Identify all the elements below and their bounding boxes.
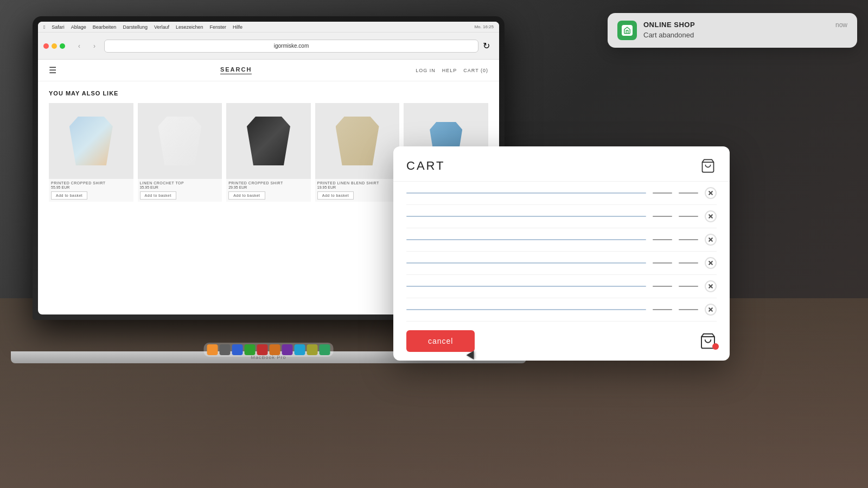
product-name: LINEN CROCHET TOP [140, 181, 220, 185]
product-info: PRINTED LINEN BLEND SHIRT 19.95 EUR Add … [315, 179, 400, 202]
notif-icon-inner [622, 25, 633, 36]
dock-icon-4[interactable] [282, 344, 293, 355]
cart-badge [712, 343, 719, 350]
forward-button[interactable]: › [89, 41, 100, 52]
notif-content: ONLINE SHOP now Cart abandoned [643, 21, 847, 39]
shop-icon [623, 27, 631, 34]
dock-finder-icon[interactable] [207, 344, 218, 355]
cart-footer: cancel [393, 322, 730, 361]
product-image [49, 103, 133, 179]
product-thumbnail [247, 117, 290, 165]
dock-icon-7[interactable] [320, 344, 330, 355]
hamburger-icon[interactable]: ☰ [49, 65, 56, 75]
item-qty [653, 216, 672, 217]
dock-icon-6[interactable] [307, 344, 318, 355]
add-to-basket-button[interactable]: Add to basket [51, 191, 87, 200]
remove-item-button[interactable]: ✕ [705, 280, 717, 292]
cancel-button[interactable]: cancel [406, 330, 475, 352]
item-name-bar [406, 216, 646, 217]
cart-bag-with-badge[interactable] [699, 332, 717, 350]
notif-app-name: ONLINE SHOP [643, 21, 695, 29]
fullscreen-button[interactable] [60, 43, 65, 49]
apple-menu[interactable]:  [43, 24, 45, 30]
cart-panel: CART ✕ ✕ [393, 146, 730, 361]
dock-icon-1[interactable] [245, 344, 256, 355]
product-image [138, 103, 222, 179]
product-image [226, 103, 311, 179]
item-price [679, 262, 698, 264]
product-thumbnail [69, 117, 113, 165]
cart-item-row: ✕ [406, 205, 717, 228]
fenster-menu-item[interactable]: Fenster [210, 24, 227, 30]
item-qty [653, 239, 672, 240]
search-label[interactable]: SEARCH [220, 66, 252, 74]
safari-menu-bar:  Safari Ablage Bearbeiten Darstellung V… [38, 22, 499, 33]
section-title: YOU MAY ALSO LIKE [49, 90, 488, 97]
item-price [679, 192, 698, 194]
item-price [679, 309, 698, 310]
notif-top-row: ONLINE SHOP now [643, 21, 847, 29]
product-card: PRINTED LINEN BLEND SHIRT 19.95 EUR Add … [315, 103, 400, 202]
help-link[interactable]: HELP [442, 68, 457, 73]
refresh-button[interactable]: ↻ [483, 41, 494, 51]
product-card: PRINTED CROPPED SHIRT 29.95 EUR Add to b… [226, 103, 311, 202]
bearbeiten-menu-item[interactable]: Bearbeiten [93, 24, 117, 30]
dock-icon-3[interactable] [270, 344, 280, 355]
remove-item-button[interactable]: ✕ [705, 304, 717, 316]
bag-icon [700, 158, 716, 174]
add-to-basket-button[interactable]: Add to basket [228, 191, 265, 200]
item-name-bar [406, 192, 646, 194]
close-button[interactable] [43, 43, 49, 49]
cart-items-list: ✕ ✕ ✕ ✕ [393, 182, 730, 322]
cart-item-row: ✕ [406, 275, 717, 298]
dock-icon-2[interactable] [257, 344, 268, 355]
product-price: 29.95 EUR [228, 185, 309, 189]
safari-menu-item[interactable]: Safari [52, 24, 65, 30]
cart-item-row: ✕ [406, 298, 717, 322]
remove-item-button[interactable]: ✕ [705, 234, 717, 246]
minimize-button[interactable] [52, 43, 57, 49]
product-price: 55.95 EUR [51, 185, 131, 189]
remove-item-button[interactable]: ✕ [705, 210, 717, 222]
item-name-bar [406, 286, 646, 287]
darstellung-menu-item[interactable]: Darstellung [123, 24, 148, 30]
product-image [315, 103, 400, 179]
remove-x-icon: ✕ [708, 260, 713, 266]
cart-link[interactable]: CART (0) [463, 68, 488, 73]
item-qty [653, 262, 672, 264]
remove-item-button[interactable]: ✕ [705, 257, 717, 269]
notification-banner[interactable]: ONLINE SHOP now Cart abandoned [608, 13, 857, 48]
lesezeichen-menu-item[interactable]: Lesezeichen [176, 24, 203, 30]
address-bar[interactable]: igormiske.com [104, 40, 478, 53]
product-info: PRINTED CROPPED SHIRT 55.95 EUR Add to b… [49, 179, 133, 202]
cart-title: CART [406, 159, 445, 173]
item-qty [653, 286, 672, 287]
dock-icon-5[interactable] [295, 344, 305, 355]
hilfe-menu-item[interactable]: Hilfe [233, 24, 242, 30]
product-price: 35.95 EUR [140, 185, 220, 189]
back-button[interactable]: ‹ [74, 41, 85, 52]
product-thumbnail [158, 117, 201, 165]
product-card: LINEN CROCHET TOP 35.95 EUR Add to baske… [138, 103, 222, 202]
dock-launchpad-icon[interactable] [220, 344, 231, 355]
add-to-basket-button[interactable]: Add to basket [140, 191, 176, 200]
add-to-basket-button[interactable]: Add to basket [317, 191, 354, 200]
remove-x-icon: ✕ [708, 236, 713, 243]
login-link[interactable]: LOG IN [416, 68, 436, 73]
remove-x-icon: ✕ [708, 190, 713, 196]
remove-x-icon: ✕ [708, 306, 713, 313]
remove-item-button[interactable]: ✕ [705, 187, 717, 199]
ablage-menu-item[interactable]: Ablage [71, 24, 86, 30]
mac-dock [204, 343, 334, 357]
product-info: PRINTED CROPPED SHIRT 29.95 EUR Add to b… [226, 179, 311, 202]
dock-safari-icon[interactable] [232, 344, 243, 355]
cart-item-row: ✕ [406, 182, 717, 205]
notif-app-icon [617, 21, 637, 40]
verlauf-menu-item[interactable]: Verlauf [154, 24, 169, 30]
traffic-lights [43, 43, 65, 49]
item-price [679, 239, 698, 240]
site-header: ☰ SEARCH LOG IN HELP CART (0) [38, 60, 499, 81]
remove-x-icon: ✕ [708, 283, 713, 290]
item-qty [653, 309, 672, 310]
product-name: PRINTED CROPPED SHIRT [51, 181, 131, 185]
